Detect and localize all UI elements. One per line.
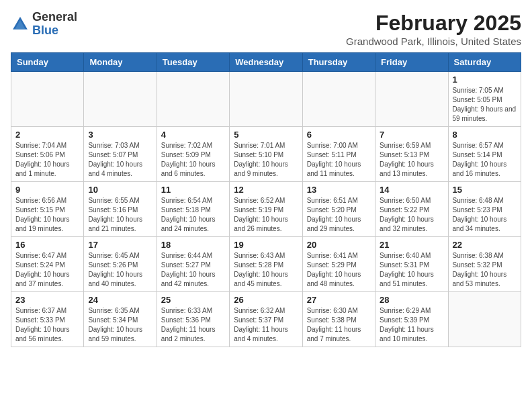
calendar-cell: 24Sunrise: 6:35 AM Sunset: 5:34 PM Dayli… [84,292,157,347]
calendar-cell: 16Sunrise: 6:47 AM Sunset: 5:24 PM Dayli… [11,237,84,292]
column-header-wednesday: Wednesday [230,53,302,72]
calendar-cell: 2Sunrise: 7:04 AM Sunset: 5:06 PM Daylig… [11,127,84,182]
location-title: Grandwood Park, Illinois, United States [346,36,521,47]
day-info: Sunrise: 6:37 AM Sunset: 5:33 PM Dayligh… [15,306,79,344]
calendar-cell: 26Sunrise: 6:32 AM Sunset: 5:37 PM Dayli… [230,292,302,347]
calendar-cell: 1Sunrise: 7:05 AM Sunset: 5:05 PM Daylig… [448,72,521,127]
day-number: 15 [453,185,517,195]
day-number: 17 [88,240,152,250]
day-info: Sunrise: 7:04 AM Sunset: 5:06 PM Dayligh… [15,141,79,179]
day-info: Sunrise: 6:44 AM Sunset: 5:27 PM Dayligh… [161,251,225,289]
day-number: 1 [453,75,517,85]
calendar-cell [230,72,302,127]
day-info: Sunrise: 6:32 AM Sunset: 5:37 PM Dayligh… [234,306,298,344]
title-area: February 2025 Grandwood Park, Illinois, … [346,11,521,47]
day-info: Sunrise: 6:43 AM Sunset: 5:28 PM Dayligh… [234,251,298,289]
day-info: Sunrise: 6:48 AM Sunset: 5:23 PM Dayligh… [453,196,517,234]
day-number: 21 [380,240,443,250]
calendar-week-row-4: 16Sunrise: 6:47 AM Sunset: 5:24 PM Dayli… [11,237,521,292]
calendar-cell: 5Sunrise: 7:01 AM Sunset: 5:10 PM Daylig… [230,127,302,182]
day-info: Sunrise: 7:00 AM Sunset: 5:11 PM Dayligh… [307,141,371,179]
day-info: Sunrise: 6:59 AM Sunset: 5:13 PM Dayligh… [380,141,443,179]
calendar-cell: 17Sunrise: 6:45 AM Sunset: 5:26 PM Dayli… [84,237,157,292]
calendar-cell: 25Sunrise: 6:33 AM Sunset: 5:36 PM Dayli… [157,292,229,347]
day-info: Sunrise: 6:29 AM Sunset: 5:39 PM Dayligh… [380,306,443,344]
calendar-cell: 23Sunrise: 6:37 AM Sunset: 5:33 PM Dayli… [11,292,84,347]
calendar-cell: 8Sunrise: 6:57 AM Sunset: 5:14 PM Daylig… [448,127,521,182]
calendar-cell [84,72,157,127]
day-info: Sunrise: 7:05 AM Sunset: 5:05 PM Dayligh… [453,86,517,124]
logo-blue: Blue [32,24,58,37]
column-header-saturday: Saturday [448,53,521,72]
day-info: Sunrise: 6:38 AM Sunset: 5:32 PM Dayligh… [453,251,517,289]
calendar-cell: 15Sunrise: 6:48 AM Sunset: 5:23 PM Dayli… [448,182,521,237]
day-info: Sunrise: 7:03 AM Sunset: 5:07 PM Dayligh… [88,141,152,179]
day-number: 10 [88,185,152,195]
day-number: 25 [161,295,225,305]
calendar-cell [375,72,448,127]
logo-general: General [32,10,77,24]
day-number: 3 [88,130,152,140]
calendar-cell: 18Sunrise: 6:44 AM Sunset: 5:27 PM Dayli… [157,237,229,292]
calendar-week-row-3: 9Sunrise: 6:56 AM Sunset: 5:15 PM Daylig… [11,182,521,237]
day-info: Sunrise: 6:52 AM Sunset: 5:19 PM Dayligh… [234,196,298,234]
day-info: Sunrise: 6:45 AM Sunset: 5:26 PM Dayligh… [88,251,152,289]
day-info: Sunrise: 6:30 AM Sunset: 5:38 PM Dayligh… [307,306,371,344]
day-info: Sunrise: 6:55 AM Sunset: 5:16 PM Dayligh… [88,196,152,234]
calendar-cell: 7Sunrise: 6:59 AM Sunset: 5:13 PM Daylig… [375,127,448,182]
calendar-table: SundayMondayTuesdayWednesdayThursdayFrid… [11,52,521,347]
day-number: 5 [234,130,298,140]
calendar-cell: 19Sunrise: 6:43 AM Sunset: 5:28 PM Dayli… [230,237,302,292]
day-number: 4 [161,130,225,140]
day-info: Sunrise: 6:33 AM Sunset: 5:36 PM Dayligh… [161,306,225,344]
day-info: Sunrise: 6:47 AM Sunset: 5:24 PM Dayligh… [15,251,79,289]
calendar-cell: 28Sunrise: 6:29 AM Sunset: 5:39 PM Dayli… [375,292,448,347]
day-number: 8 [453,130,517,140]
header: General Blue February 2025 Grandwood Par… [11,11,521,47]
column-header-tuesday: Tuesday [157,53,229,72]
day-number: 14 [380,185,443,195]
calendar-week-row-1: 1Sunrise: 7:05 AM Sunset: 5:05 PM Daylig… [11,72,521,127]
day-number: 26 [234,295,298,305]
calendar-week-row-2: 2Sunrise: 7:04 AM Sunset: 5:06 PM Daylig… [11,127,521,182]
day-info: Sunrise: 7:01 AM Sunset: 5:10 PM Dayligh… [234,141,298,179]
column-header-sunday: Sunday [11,53,84,72]
calendar-cell: 4Sunrise: 7:02 AM Sunset: 5:09 PM Daylig… [157,127,229,182]
calendar-cell: 12Sunrise: 6:52 AM Sunset: 5:19 PM Dayli… [230,182,302,237]
calendar-cell: 6Sunrise: 7:00 AM Sunset: 5:11 PM Daylig… [302,127,375,182]
calendar-header-row: SundayMondayTuesdayWednesdayThursdayFrid… [11,53,521,72]
day-info: Sunrise: 6:57 AM Sunset: 5:14 PM Dayligh… [453,141,517,179]
day-number: 11 [161,185,225,195]
calendar-cell [11,72,84,127]
column-header-monday: Monday [84,53,157,72]
calendar-cell [448,292,521,347]
day-number: 27 [307,295,371,305]
calendar-cell: 10Sunrise: 6:55 AM Sunset: 5:16 PM Dayli… [84,182,157,237]
calendar-cell: 9Sunrise: 6:56 AM Sunset: 5:15 PM Daylig… [11,182,84,237]
day-number: 7 [380,130,443,140]
calendar-cell [302,72,375,127]
logo: General Blue [11,11,77,38]
day-info: Sunrise: 6:35 AM Sunset: 5:34 PM Dayligh… [88,306,152,344]
calendar-cell: 3Sunrise: 7:03 AM Sunset: 5:07 PM Daylig… [84,127,157,182]
day-number: 2 [15,130,79,140]
logo-icon [11,15,30,34]
day-number: 24 [88,295,152,305]
calendar-cell: 20Sunrise: 6:41 AM Sunset: 5:29 PM Dayli… [302,237,375,292]
month-title: February 2025 [346,11,521,36]
calendar-cell: 27Sunrise: 6:30 AM Sunset: 5:38 PM Dayli… [302,292,375,347]
day-info: Sunrise: 6:56 AM Sunset: 5:15 PM Dayligh… [15,196,79,234]
day-number: 12 [234,185,298,195]
day-number: 18 [161,240,225,250]
day-number: 9 [15,185,79,195]
day-number: 16 [15,240,79,250]
day-number: 13 [307,185,371,195]
calendar-cell: 21Sunrise: 6:40 AM Sunset: 5:31 PM Dayli… [375,237,448,292]
day-info: Sunrise: 6:51 AM Sunset: 5:20 PM Dayligh… [307,196,371,234]
day-number: 20 [307,240,371,250]
day-info: Sunrise: 6:54 AM Sunset: 5:18 PM Dayligh… [161,196,225,234]
column-header-thursday: Thursday [302,53,375,72]
day-info: Sunrise: 6:40 AM Sunset: 5:31 PM Dayligh… [380,251,443,289]
day-number: 23 [15,295,79,305]
day-number: 19 [234,240,298,250]
